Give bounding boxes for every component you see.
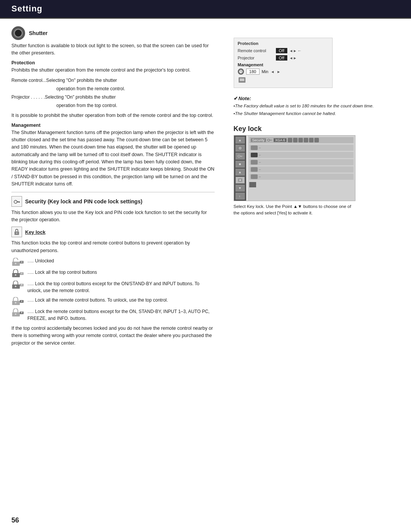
ks-main: Security XGA 6 <box>248 136 355 201</box>
ks-settings-icon <box>237 178 243 182</box>
ks-option-row-5: – <box>249 174 354 180</box>
ks-sidebar-item-4: ■ <box>236 161 245 168</box>
ks-opt-icon-4 <box>251 167 258 172</box>
panel-projector-label: Projector <box>238 56 276 60</box>
ks-sidebar: ▲ ■ ▲ <box>234 136 246 201</box>
ks-options: – – – – <box>249 145 354 187</box>
svg-point-39 <box>239 179 241 181</box>
lock-top-all-icon <box>11 269 24 278</box>
ks-sidebar-item-7: ▼ <box>236 185 245 192</box>
svg-point-26 <box>21 312 22 313</box>
ks-opt-arrow-2: – <box>259 153 261 157</box>
svg-rect-2 <box>19 201 20 203</box>
remote-control-line2: operation from the remote control. <box>11 85 215 92</box>
ks-icon-sm-1 <box>288 138 292 142</box>
ks-lens-icon <box>237 145 243 151</box>
svg-point-22 <box>21 301 22 302</box>
lock-option-4: ..... Lock all the remote control button… <box>11 297 215 305</box>
panel-min-value: 180 <box>246 69 260 75</box>
ks-icons-row <box>288 138 319 142</box>
ks-sidebar-item-8: i <box>236 193 245 200</box>
ks-option-row-2: – <box>249 152 354 158</box>
panel-remote-value: Off <box>276 48 287 53</box>
keylock-title: Key lock <box>25 229 45 235</box>
page-number: 56 <box>11 516 19 524</box>
panel-protection-title: Protection <box>238 41 328 46</box>
ks-sidebar-item-6 <box>236 177 245 184</box>
shutter-icon-inner <box>14 29 23 38</box>
note-title: Note: <box>234 96 400 101</box>
ks-top-bar: Security XGA 6 <box>249 137 354 143</box>
clock-icon <box>238 69 244 75</box>
panel-remote-right-arrow[interactable]: ► <box>293 49 297 53</box>
unlocked-icon <box>11 258 24 266</box>
lock-option-5: ..... Lock the remote control buttons ex… <box>11 308 215 322</box>
ks-opt-icon-3 <box>251 160 258 165</box>
svg-point-20 <box>15 302 16 304</box>
panel-remote-label: Remote control <box>238 48 276 53</box>
ks-opt-arrow-1: – <box>259 146 261 149</box>
projector-line1: Projector . . . . . .Selecting "On" proh… <box>11 94 215 101</box>
ks-opt-arrow-5: – <box>259 175 261 178</box>
lock-option-5-text: ..... Lock the remote control buttons ex… <box>27 308 215 322</box>
ks-icon-sm-6 <box>314 138 319 142</box>
page-header: Setting <box>0 0 411 19</box>
lock-remote-all-icon <box>11 297 24 305</box>
lock-option-3-text: ..... Lock the top control buttons excep… <box>27 280 215 294</box>
lock-option-2: ..... Lock all the top control buttons <box>11 269 215 278</box>
svg-point-9 <box>21 262 22 263</box>
panel-min-label: Min <box>262 69 269 74</box>
ks-topbar-icon <box>267 138 272 142</box>
page-title: Setting <box>11 4 43 13</box>
panel-mgmt-label: Management <box>238 62 328 67</box>
ks-option-row-1: – <box>249 145 354 151</box>
keylock-panel-desc: Select Key lock. Use the Point ▲▼ button… <box>234 203 355 217</box>
ks-opt-icon-5 <box>251 174 258 179</box>
ks-bottom-icon <box>249 182 256 187</box>
note-line1: •The Factory default value is set to 180… <box>234 103 400 109</box>
keylock-panel-title: Key lock <box>234 125 400 133</box>
keylock-icon <box>11 227 22 237</box>
ks-info-icon: i <box>237 194 243 198</box>
lock-option-1-text: ..... Unlocked <box>27 257 54 264</box>
shutter-icon-row: Shutter <box>11 26 215 40</box>
ks-opt-icon-2 <box>251 153 258 157</box>
ks-icon-sm-2 <box>293 138 298 142</box>
lock-option-2-text: ..... Lock all the top control buttons <box>27 269 97 276</box>
shutter-icon <box>11 26 25 40</box>
keylock-svg-icon <box>13 228 21 236</box>
ks-sidebar-item-3 <box>236 153 245 160</box>
panel-mgmt-row: 180 Min ◄ ► <box>238 69 328 75</box>
security-title: Security (Key lock and PIN code lock set… <box>25 198 142 204</box>
security-header: Security (Key lock and PIN code lock set… <box>11 196 215 207</box>
shutter-title: Shutter <box>29 30 48 36</box>
svg-rect-3 <box>18 201 19 203</box>
panel-remote-left-arrow[interactable]: ◄ <box>289 49 293 53</box>
panel-projector-right-arrow[interactable]: ► <box>293 56 297 60</box>
ks-icon-sm-4 <box>304 138 308 142</box>
keylock-screen: ▲ ■ ▲ <box>234 135 355 201</box>
svg-point-7 <box>15 263 16 264</box>
panel-min-right-arrow[interactable]: ► <box>277 70 280 74</box>
svg-point-11 <box>15 274 16 276</box>
svg-point-15 <box>15 286 16 287</box>
right-column: Protection Remote control Off ◄ ► ← Proj… <box>230 26 400 350</box>
ks-option-row-3: – <box>249 159 354 165</box>
projector-line2: operation from the top control. <box>11 102 215 109</box>
ks-opt-arrow-4: – <box>259 168 261 171</box>
panel-remote-row: Remote control Off ◄ ► ← <box>238 48 328 53</box>
lock-option-1: ..... Unlocked <box>11 257 215 266</box>
panel-min-left-arrow[interactable]: ◄ <box>271 70 274 74</box>
svg-point-34 <box>238 155 240 157</box>
panel-projector-left-arrow[interactable]: ◄ <box>289 56 293 60</box>
left-column: Shutter Shutter function is available to… <box>11 26 218 350</box>
svg-point-42 <box>268 139 270 141</box>
panel-bottom-icon <box>238 77 328 85</box>
remote-control-text-block: Remote control...Selecting "On" prohibit… <box>11 77 215 109</box>
ks-security-label: Security <box>251 138 266 142</box>
lock-remote-partial-icon <box>11 308 24 317</box>
protection-label: Protection <box>11 60 215 66</box>
page-footer: 56 <box>11 516 19 524</box>
shutter-description: Shutter function is available to block o… <box>11 42 215 57</box>
security-description: This function allows you to use the Key … <box>11 209 215 224</box>
